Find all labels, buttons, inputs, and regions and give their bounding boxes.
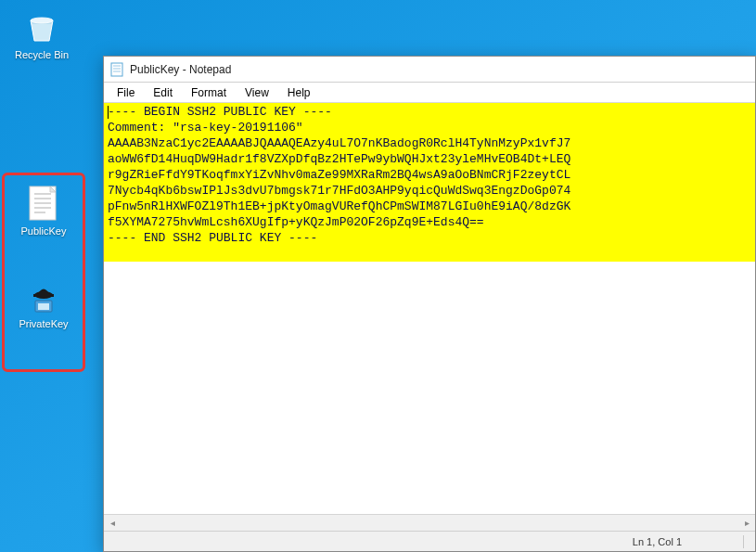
status-line-col: Ln 1, Col 1 xyxy=(633,536,682,547)
menu-file[interactable]: File xyxy=(108,84,144,101)
menu-view[interactable]: View xyxy=(236,84,278,101)
svg-rect-11 xyxy=(111,63,122,76)
status-separator xyxy=(743,535,744,548)
scroll-left-icon[interactable]: ◂ xyxy=(104,515,121,531)
menu-help[interactable]: Help xyxy=(278,84,320,101)
pageant-icon xyxy=(25,278,62,315)
desktop-icon-label: PublicKey xyxy=(11,225,76,237)
svg-rect-10 xyxy=(33,294,54,297)
svg-rect-8 xyxy=(38,303,49,310)
selected-text: ---- BEGIN SSH2 PUBLIC KEY ---- Comment:… xyxy=(104,103,755,262)
notepad-window: PublicKey - Notepad File Edit Format Vie… xyxy=(103,56,756,552)
menubar: File Edit Format View Help xyxy=(104,83,755,103)
desktop-icon-recycle-bin[interactable]: Recycle Bin xyxy=(9,9,74,60)
editor-area[interactable]: ---- BEGIN SSH2 PUBLIC KEY ---- Comment:… xyxy=(104,103,755,514)
notepad-app-icon xyxy=(109,62,124,77)
desktop-icon-label: Recycle Bin xyxy=(9,49,74,60)
desktop: Recycle Bin PublicKey xyxy=(0,0,756,552)
svg-point-0 xyxy=(31,18,53,23)
scroll-right-icon[interactable]: ▸ xyxy=(738,515,755,531)
menu-format[interactable]: Format xyxy=(182,84,236,101)
menu-edit[interactable]: Edit xyxy=(144,84,182,101)
horizontal-scrollbar[interactable]: ◂ ▸ xyxy=(104,514,755,531)
titlebar[interactable]: PublicKey - Notepad xyxy=(104,57,755,83)
window-title: PublicKey - Notepad xyxy=(130,63,231,76)
recycle-bin-icon xyxy=(23,9,60,46)
desktop-icon-label: PrivateKey xyxy=(11,318,76,329)
desktop-icon-public-key[interactable]: PublicKey xyxy=(11,186,76,237)
statusbar: Ln 1, Col 1 xyxy=(104,531,755,551)
text-file-icon xyxy=(25,186,62,223)
desktop-icon-private-key[interactable]: PrivateKey xyxy=(11,278,76,329)
